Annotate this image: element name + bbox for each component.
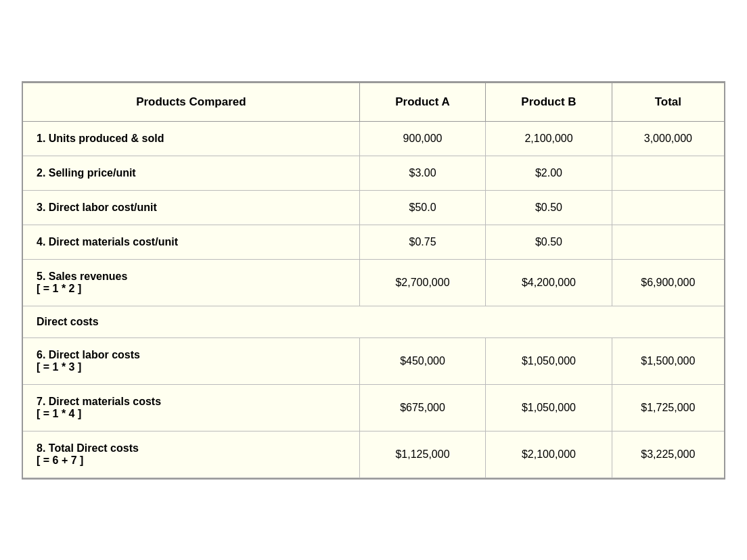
header-product-a: Product A (359, 83, 485, 121)
row-direct-materials-unit-label: 4. Direct materials cost/unit (23, 225, 359, 259)
row-units-product-a: 900,000 (359, 121, 485, 156)
row-direct-labor-costs: 6. Direct labor costs[ = 1 * 3 ]$450,000… (23, 337, 724, 384)
row-sales-revenues-product-b: $4,200,000 (486, 259, 612, 306)
row-units-label: 1. Units produced & sold (23, 121, 359, 156)
row-direct-labor-unit-label: 3. Direct labor cost/unit (23, 190, 359, 225)
row-direct-labor-unit-product-a: $50.0 (359, 190, 485, 225)
row-selling-price-label: 2. Selling price/unit (23, 156, 359, 190)
row-selling-price: 2. Selling price/unit$3.00$2.00 (23, 156, 724, 190)
comparison-table: Products Compared Product A Product B To… (23, 83, 724, 478)
row-direct-labor-unit: 3. Direct labor cost/unit$50.0$0.50 (23, 190, 724, 225)
row-direct-labor-costs-total: $1,500,000 (612, 337, 724, 384)
row-direct-labor-costs-label: 6. Direct labor costs[ = 1 * 3 ] (23, 337, 359, 384)
row-total-direct-costs: 8. Total Direct costs[ = 6 + 7 ]$1,125,0… (23, 431, 724, 477)
row-direct-labor-costs-product-b: $1,050,000 (486, 337, 612, 384)
row-selling-price-product-b: $2.00 (486, 156, 612, 190)
header-product-b: Product B (486, 83, 612, 121)
row-direct-materials-costs-total: $1,725,000 (612, 384, 724, 431)
row-direct-materials-unit-product-a: $0.75 (359, 225, 485, 259)
row-sales-revenues-total: $6,900,000 (612, 259, 724, 306)
row-selling-price-total (612, 156, 724, 190)
row-direct-costs-header: Direct costs (23, 306, 724, 337)
row-units-product-b: 2,100,000 (486, 121, 612, 156)
row-sales-revenues-label: 5. Sales revenues[ = 1 * 2 ] (23, 259, 359, 306)
row-total-direct-costs-label: 8. Total Direct costs[ = 6 + 7 ] (23, 431, 359, 477)
table-body: 1. Units produced & sold900,0002,100,000… (23, 121, 724, 477)
row-direct-labor-unit-product-b: $0.50 (486, 190, 612, 225)
row-direct-materials-costs-product-a: $675,000 (359, 384, 485, 431)
row-direct-materials-costs-label: 7. Direct materials costs [ = 1 * 4 ] (23, 384, 359, 431)
row-direct-materials-costs: 7. Direct materials costs [ = 1 * 4 ]$67… (23, 384, 724, 431)
row-sales-revenues: 5. Sales revenues[ = 1 * 2 ]$2,700,000$4… (23, 259, 724, 306)
row-total-direct-costs-product-b: $2,100,000 (486, 431, 612, 477)
row-direct-labor-unit-total (612, 190, 724, 225)
header-total: Total (612, 83, 724, 121)
row-direct-materials-unit-total (612, 225, 724, 259)
table-container: Products Compared Product A Product B To… (22, 81, 725, 480)
table-header-row: Products Compared Product A Product B To… (23, 83, 724, 121)
row-total-direct-costs-total: $3,225,000 (612, 431, 724, 477)
row-sales-revenues-product-a: $2,700,000 (359, 259, 485, 306)
row-direct-materials-costs-product-b: $1,050,000 (486, 384, 612, 431)
row-units-total: 3,000,000 (612, 121, 724, 156)
row-units: 1. Units produced & sold900,0002,100,000… (23, 121, 724, 156)
row-direct-materials-unit: 4. Direct materials cost/unit$0.75$0.50 (23, 225, 724, 259)
row-direct-materials-unit-product-b: $0.50 (486, 225, 612, 259)
row-total-direct-costs-product-a: $1,125,000 (359, 431, 485, 477)
header-products-compared: Products Compared (23, 83, 359, 121)
row-direct-labor-costs-product-a: $450,000 (359, 337, 485, 384)
row-selling-price-product-a: $3.00 (359, 156, 485, 190)
section-header-label: Direct costs (23, 306, 724, 337)
